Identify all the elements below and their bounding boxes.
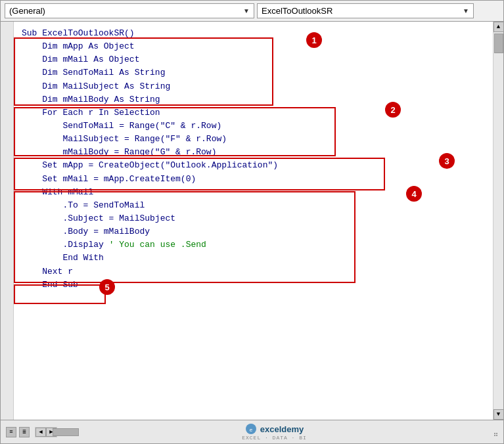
svg-rect-5 <box>496 435 497 436</box>
scroll-down-arrow[interactable]: ▼ <box>493 409 504 420</box>
svg-text:e: e <box>250 427 253 433</box>
status-bar: ≡ ≣ ◀ ▶ e exceldemy EXCEL · DATA · BI <box>1 420 503 443</box>
proc-dropdown-arrow: ▼ <box>463 7 469 14</box>
svg-rect-3 <box>496 433 497 434</box>
status-left: ≡ ≣ ◀ ▶ <box>6 427 60 437</box>
watermark-area: e exceldemy EXCEL · DATA · BI <box>60 423 489 441</box>
horizontal-scrollbar[interactable]: ◀ ▶ <box>35 427 57 437</box>
status-right <box>489 428 498 437</box>
watermark-main: exceldemy <box>260 424 304 434</box>
scroll-thumb[interactable] <box>494 33 503 53</box>
general-dropdown-arrow: ▼ <box>243 7 250 14</box>
vertical-scrollbar[interactable]: ▲ ▼ <box>493 22 503 420</box>
svg-rect-2 <box>494 433 495 434</box>
scroll-h-thumb[interactable] <box>53 428 79 436</box>
view-indent-icon[interactable]: ≣ <box>19 427 30 437</box>
resize-grip-icon <box>489 428 498 437</box>
exceldemy-logo-icon: e <box>245 423 257 435</box>
scroll-up-arrow[interactable]: ▲ <box>493 22 504 32</box>
scroll-left-arrow[interactable]: ◀ <box>35 428 46 437</box>
proc-dropdown[interactable]: ExcelToOutlookSR ▼ <box>257 3 474 18</box>
general-dropdown[interactable]: (General) ▼ <box>5 3 254 18</box>
line-gutter <box>1 22 14 420</box>
vbe-window: (General) ▼ ExcelToOutlookSR ▼ Sub Excel… <box>0 0 504 444</box>
general-dropdown-label: (General) <box>9 6 45 16</box>
scroll-track <box>493 32 503 409</box>
watermark-sub: EXCEL · DATA · BI <box>60 435 489 441</box>
view-normal-icon[interactable]: ≡ <box>6 427 16 437</box>
code-container[interactable]: Sub ExcelToOutlookSR() Dim mApp As Objec… <box>14 22 493 420</box>
toolbar-row: (General) ▼ ExcelToOutlookSR ▼ <box>1 1 503 22</box>
code-content: Sub ExcelToOutlookSR() Dim mApp As Objec… <box>22 27 489 292</box>
editor-area: Sub ExcelToOutlookSR() Dim mApp As Objec… <box>1 22 503 420</box>
svg-rect-4 <box>494 435 495 436</box>
proc-dropdown-label: ExcelToOutlookSR <box>262 6 332 16</box>
